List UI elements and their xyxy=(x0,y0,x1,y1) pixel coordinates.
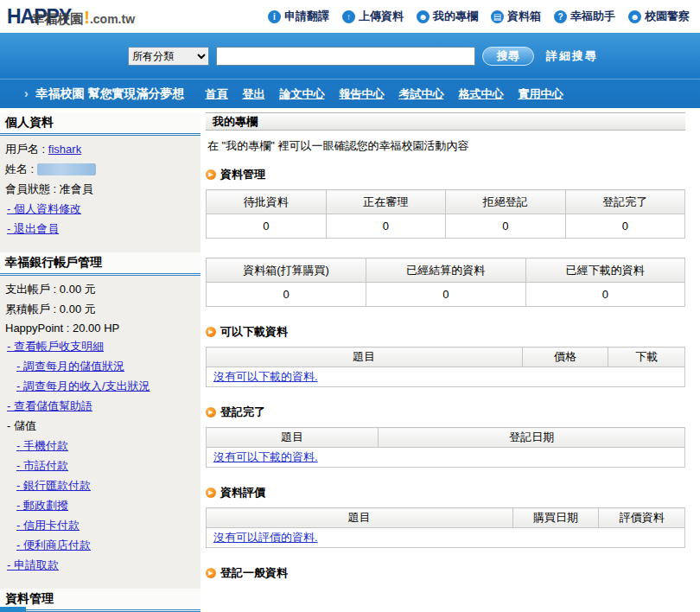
username-row: 用戶名 : fishark xyxy=(5,139,197,159)
section-registered: ▶ 登記完了 xyxy=(206,405,685,420)
top-link-helper[interactable]: ? 幸福助手 xyxy=(554,9,615,24)
sidebar-link-account-detail[interactable]: - 查看帳戶收支明細 xyxy=(5,336,197,356)
sidebar-link-monthly-topup[interactable]: - 調查每月的儲值狀況 xyxy=(5,356,197,376)
section-bullet-icon: ▶ xyxy=(206,327,216,337)
member-status-label: 會員狀態 : xyxy=(5,182,56,195)
status-table-value: 0 xyxy=(565,214,685,239)
sidebar-link-pay-bank-transfer[interactable]: - 銀行匯款付款 xyxy=(5,475,197,495)
section-review: ▶ 資料評價 xyxy=(206,485,685,500)
review-table-header: 題目 xyxy=(207,508,513,528)
status-table-value: 0 xyxy=(207,214,327,239)
section-bullet-icon: ▶ xyxy=(206,407,216,418)
sidebar-link-edit-profile[interactable]: - 個人資料修改 xyxy=(5,199,197,219)
sidebar-link-topup-help[interactable]: - 查看儲值幫助語 xyxy=(5,396,197,416)
nav-link-exam-center[interactable]: 考試中心 xyxy=(398,86,443,102)
nav-link-report-center[interactable]: 報告中心 xyxy=(339,86,384,102)
data-mgmt-section-title: 資料管理 xyxy=(0,589,200,612)
logo-domain-text: .com.tw xyxy=(90,12,135,26)
upload-icon: ↑ xyxy=(342,10,355,23)
review-empty-link[interactable]: 沒有可以評價的資料. xyxy=(213,531,318,544)
bank-section-title: 幸福銀行帳戶管理 xyxy=(0,252,200,276)
page-body: 個人資料 用戶名 : fishark 姓名 : 會員狀態 : 准會員 - 個人資… xyxy=(0,112,700,612)
top-link-translate[interactable]: i 申請翻譯 xyxy=(268,9,329,24)
section-title: 登記完了 xyxy=(220,405,265,420)
blue-header-area: 所有分類 搜尋 詳細搜尋 › 幸福校園 幫您實現滿分夢想 首頁 登出 論文中心 … xyxy=(0,33,700,108)
box-table: 資料箱(打算購買) 已經結算的資料 已經下載的資料 0 0 0 xyxy=(206,258,685,307)
name-row: 姓名 : xyxy=(5,159,197,179)
box-table-value: 0 xyxy=(366,283,525,307)
status-table-header: 登記完了 xyxy=(565,190,685,214)
page-title: 我的專欄 xyxy=(206,112,685,131)
sidebar-link-pay-postal[interactable]: - 郵政劃撥 xyxy=(5,495,197,515)
top-link-campus-police[interactable]: ☻ 校園警察 xyxy=(628,9,690,24)
registered-empty-row: 沒有可以下載的資料. xyxy=(207,448,685,468)
status-table: 待批資料 正在審理 拒絕登記 登記完了 0 0 0 0 xyxy=(206,189,685,239)
search-button[interactable]: 搜尋 xyxy=(482,47,534,66)
username-link[interactable]: fishark xyxy=(48,143,81,156)
section-bullet-icon: ▶ xyxy=(206,169,216,180)
name-label: 姓名 : xyxy=(5,163,34,175)
slogan-text: 幸福校園 幫您實現滿分夢想 xyxy=(36,86,185,100)
intro-text: 在 "我的專欄" 裡可以一眼確認您的幸福校園活動內容 xyxy=(207,138,684,154)
section-title: 登記一般資料 xyxy=(220,565,288,581)
section-bullet-icon: ▶ xyxy=(206,568,216,578)
registered-empty-link[interactable]: 沒有可以下載的資料. xyxy=(213,450,318,463)
nav-link-practical-center[interactable]: 實用中心 xyxy=(518,86,563,102)
review-empty-row: 沒有可以評價的資料. xyxy=(207,528,685,548)
sidebar-link-quit-member[interactable]: - 退出會員 xyxy=(5,219,197,239)
status-table-value: 0 xyxy=(446,214,566,239)
registered-table-header: 登記日期 xyxy=(379,428,685,448)
nav-link-logout[interactable]: 登出 xyxy=(242,86,264,102)
section-title: 資料評價 xyxy=(220,485,265,500)
top-link-data-box[interactable]: ▤ 資料箱 xyxy=(491,9,541,24)
logo-cn-text: 幸福校園 xyxy=(31,11,83,28)
downloadable-empty-link[interactable]: 沒有可以下載的資料. xyxy=(213,370,318,383)
registered-table-header: 題目 xyxy=(207,428,379,448)
sidebar-link-monthly-income-expense[interactable]: - 調查每月的收入/支出狀況 xyxy=(5,376,197,396)
top-link-my-column[interactable]: ☻ 我的專欄 xyxy=(417,9,478,24)
footer-edge xyxy=(0,607,26,612)
status-table-value: 0 xyxy=(326,214,446,239)
nav-link-format-center[interactable]: 格式中心 xyxy=(458,86,503,102)
downloadable-empty-row: 沒有可以下載的資料. xyxy=(207,367,685,387)
review-table-header: 購買日期 xyxy=(512,508,599,528)
sidebar-link-withdraw[interactable]: - 申請取款 xyxy=(5,555,197,575)
top-link-upload[interactable]: ↑ 上傳資料 xyxy=(342,9,404,24)
status-table-header: 正在審理 xyxy=(326,190,446,214)
logo-exclamation: ! xyxy=(84,8,90,28)
sidebar-link-pay-convenience-store[interactable]: - 便利商店付款 xyxy=(5,535,197,555)
box-table-header: 已經下載的資料 xyxy=(525,258,685,283)
site-logo[interactable]: HAPPY 幸福校園 ! .com.tw xyxy=(7,5,135,29)
data-box-icon: ▤ xyxy=(491,10,504,23)
section-title: 可以下載資料 xyxy=(220,324,288,340)
top-link-label: 上傳資料 xyxy=(359,9,404,24)
section-data-mgmt: ▶ 資料管理 xyxy=(206,167,685,182)
box-table-header: 已經結算的資料 xyxy=(366,258,525,283)
box-table-value: 0 xyxy=(525,283,685,307)
sidebar-link-pay-credit-card[interactable]: - 信用卡付款 xyxy=(5,515,197,535)
site-slogan: › 幸福校園 幫您實現滿分夢想 xyxy=(24,86,184,102)
name-value-redacted xyxy=(37,163,96,175)
profile-section-body: 用戶名 : fishark 姓名 : 會員狀態 : 准會員 - 個人資料修改 -… xyxy=(0,136,200,244)
helper-icon: ? xyxy=(554,10,567,23)
status-table-header: 拒絕登記 xyxy=(446,190,566,214)
search-input[interactable] xyxy=(216,47,475,66)
nav-link-thesis-center[interactable]: 論文中心 xyxy=(279,86,324,102)
review-table: 題目 購買日期 評價資料 沒有可以評價的資料. xyxy=(206,507,685,548)
section-general-register: ▶ 登記一般資料 xyxy=(206,565,685,581)
top-link-label: 申請翻譯 xyxy=(284,9,329,24)
top-link-label: 我的專欄 xyxy=(433,9,478,24)
category-select[interactable]: 所有分類 xyxy=(128,47,209,66)
sidebar-label-topup: - 儲值 xyxy=(5,416,197,436)
campus-police-icon: ☻ xyxy=(628,10,641,23)
top-link-label: 校園警察 xyxy=(645,9,690,24)
member-status-value: 准會員 xyxy=(60,182,93,195)
top-nav: i 申請翻譯 ↑ 上傳資料 ☻ 我的專欄 ▤ 資料箱 ? 幸福助手 ☻ 校園警察 xyxy=(268,9,690,24)
sidebar-link-pay-landline[interactable]: - 市話付款 xyxy=(5,456,197,475)
sidebar-link-pay-mobile[interactable]: - 手機付款 xyxy=(5,436,197,456)
advanced-search-link[interactable]: 詳細搜尋 xyxy=(546,48,598,64)
happypoint-row: HappyPoint : 20.00 HP xyxy=(5,319,197,336)
box-table-header: 資料箱(打算購買) xyxy=(207,258,366,283)
nav-link-home[interactable]: 首頁 xyxy=(205,86,227,102)
spending-account-row: 支出帳戶 : 0.00 元 xyxy=(5,279,197,299)
